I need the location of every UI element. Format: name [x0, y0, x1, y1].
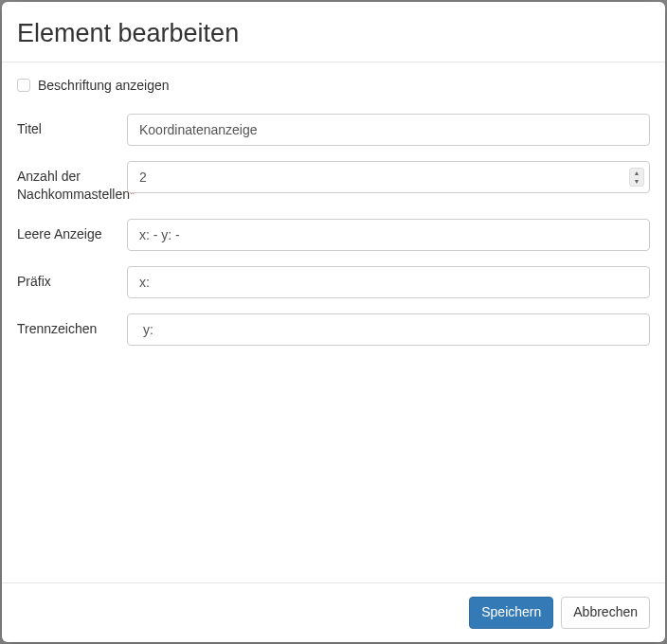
dialog-header: Element bearbeiten	[2, 2, 665, 63]
prefix-row: Präfix	[17, 266, 650, 298]
decimals-label-text: Anzahl der Nachkommastellen	[17, 169, 130, 202]
prefix-input[interactable]	[127, 266, 650, 298]
title-row: Titel	[17, 114, 650, 146]
show-label-checkbox[interactable]	[17, 79, 30, 92]
empty-input[interactable]	[127, 219, 650, 251]
show-label-text[interactable]: Beschriftung anzeigen	[38, 78, 170, 93]
cancel-button[interactable]: Abbrechen	[561, 597, 650, 629]
decimals-row: Anzahl der Nachkommastellen* ▲ ▼	[17, 161, 650, 204]
save-button[interactable]: Speichern	[469, 597, 553, 629]
chevron-down-icon[interactable]: ▼	[630, 177, 643, 186]
number-spinner: ▲ ▼	[629, 168, 644, 187]
prefix-label: Präfix	[17, 266, 127, 291]
title-label: Titel	[17, 114, 127, 138]
separator-input[interactable]	[127, 313, 650, 346]
separator-label: Trennzeichen	[17, 313, 127, 338]
dialog-title: Element bearbeiten	[17, 19, 650, 48]
empty-row: Leere Anzeige	[17, 219, 650, 251]
decimals-input[interactable]	[127, 161, 650, 193]
title-input[interactable]	[127, 114, 650, 146]
show-label-row: Beschriftung anzeigen	[17, 78, 650, 93]
decimals-label: Anzahl der Nachkommastellen*	[17, 161, 127, 204]
chevron-up-icon[interactable]: ▲	[630, 169, 643, 177]
empty-label: Leere Anzeige	[17, 219, 127, 243]
edit-element-dialog: Element bearbeiten Beschriftung anzeigen…	[2, 2, 665, 642]
dialog-body: Beschriftung anzeigen Titel Anzahl der N…	[2, 63, 665, 582]
decimals-input-wrap: ▲ ▼	[127, 161, 650, 193]
separator-row: Trennzeichen	[17, 313, 650, 346]
dialog-footer: Speichern Abbrechen	[2, 582, 665, 642]
